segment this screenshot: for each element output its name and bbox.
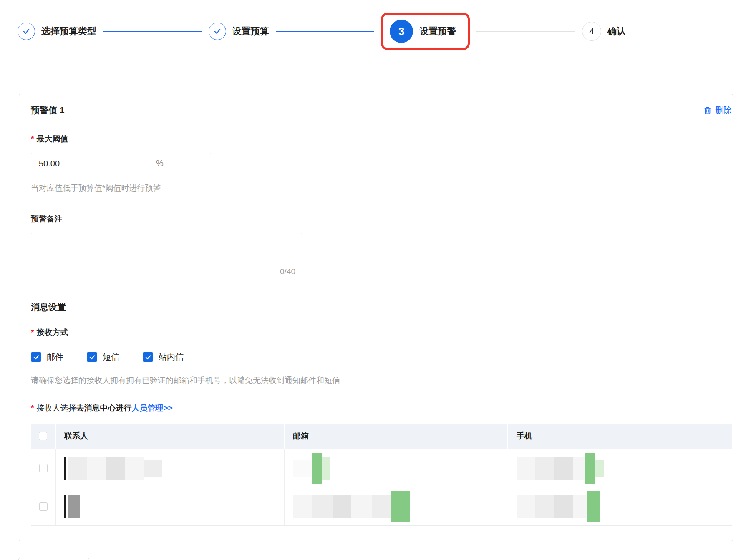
column-header-contact: 联系人 xyxy=(56,424,285,449)
recipient-table: 联系人 邮箱 手机 xyxy=(31,424,732,526)
alert-value-card: 预警值 1 删除 * 最大阈值 % 当对应值低于预算值*阈值时进行预警 预警备注… xyxy=(19,94,733,541)
threshold-input[interactable] xyxy=(31,153,211,174)
recipient-select-line: * 接收人选择 去消息中心进行 人员管理>> xyxy=(31,403,732,414)
delete-label: 删除 xyxy=(715,105,732,116)
recipient-prefix: 去消息中心进行 xyxy=(76,403,131,414)
remark-label: 预警备注 xyxy=(31,214,63,225)
receive-option-inbox[interactable]: 站内信 xyxy=(143,351,184,363)
step-done-circle xyxy=(18,23,35,40)
step-3-set-alert[interactable]: 3 设置预警 xyxy=(390,20,456,43)
threshold-label: 最大阈值 xyxy=(36,134,68,144)
receive-method-label: 接收方式 xyxy=(36,327,68,338)
step-current-circle: 3 xyxy=(390,20,413,43)
add-alert-group-button[interactable]: +添加一组预警 xyxy=(18,558,89,560)
step-4-confirm[interactable]: 4 确认 xyxy=(582,22,626,41)
stepper-connector xyxy=(103,31,202,32)
email-cell-redacted xyxy=(285,449,508,487)
column-header-email: 邮箱 xyxy=(285,424,508,449)
trash-icon xyxy=(703,106,712,115)
table-row[interactable] xyxy=(31,449,732,487)
contact-cell-redacted xyxy=(56,487,285,525)
step-label: 选择预算类型 xyxy=(41,25,96,38)
check-icon xyxy=(22,27,30,35)
step-1-budget-type[interactable]: 选择预算类型 xyxy=(18,23,96,40)
alert-card-title: 预警值 1 xyxy=(31,104,65,116)
check-icon xyxy=(213,27,222,35)
member-management-link[interactable]: 人员管理>> xyxy=(131,403,172,414)
threshold-unit: % xyxy=(156,159,164,168)
checkbox-label: 站内信 xyxy=(159,351,184,363)
remark-textarea[interactable] xyxy=(31,233,302,280)
step-label: 设置预算 xyxy=(232,25,269,38)
select-all-cell xyxy=(31,424,56,449)
checkbox-label: 短信 xyxy=(103,351,119,363)
required-asterisk: * xyxy=(31,404,34,413)
receive-method-options: 邮件 短信 站内信 xyxy=(31,351,732,363)
row-checkbox[interactable] xyxy=(39,464,48,472)
stepper-connector xyxy=(476,31,575,32)
threshold-hint: 当对应值低于预算值*阈值时进行预警 xyxy=(31,183,732,194)
red-annotation-box: 3 设置预警 xyxy=(381,13,470,50)
step-pending-circle: 4 xyxy=(582,22,601,41)
stepper-connector xyxy=(276,31,375,32)
phone-cell-redacted xyxy=(508,449,732,487)
step-done-circle xyxy=(209,23,226,40)
select-all-checkbox[interactable] xyxy=(39,432,47,440)
row-checkbox[interactable] xyxy=(39,502,48,511)
recipient-label: 接收人选择 xyxy=(36,403,76,414)
checkbox-checked-icon[interactable] xyxy=(143,352,153,362)
table-header-row: 联系人 邮箱 手机 xyxy=(31,424,732,449)
phone-cell-redacted xyxy=(508,487,732,525)
required-asterisk: * xyxy=(31,328,34,337)
receive-option-sms[interactable]: 短信 xyxy=(87,351,119,363)
table-row[interactable] xyxy=(31,487,732,525)
step-label: 设置预警 xyxy=(419,25,456,38)
wizard-stepper: 选择预算类型 设置预算 3 设置预警 4 确认 xyxy=(18,13,751,50)
email-cell-redacted xyxy=(285,487,508,525)
message-settings-title: 消息设置 xyxy=(31,301,732,313)
step-label: 确认 xyxy=(607,25,626,38)
remark-counter: 0/40 xyxy=(280,267,295,276)
checkbox-label: 邮件 xyxy=(47,351,63,363)
receive-note: 请确保您选择的接收人拥有拥有已验证的邮箱和手机号，以避免无法收到通知邮件和短信 xyxy=(31,375,732,386)
receive-option-mail[interactable]: 邮件 xyxy=(31,351,63,363)
contact-cell-redacted xyxy=(56,449,285,487)
required-asterisk: * xyxy=(31,134,34,144)
step-2-set-budget[interactable]: 设置预算 xyxy=(209,23,269,40)
checkbox-checked-icon[interactable] xyxy=(87,352,97,362)
delete-alert-button[interactable]: 删除 xyxy=(703,105,732,116)
checkbox-checked-icon[interactable] xyxy=(31,352,41,362)
column-header-phone: 手机 xyxy=(508,424,732,449)
